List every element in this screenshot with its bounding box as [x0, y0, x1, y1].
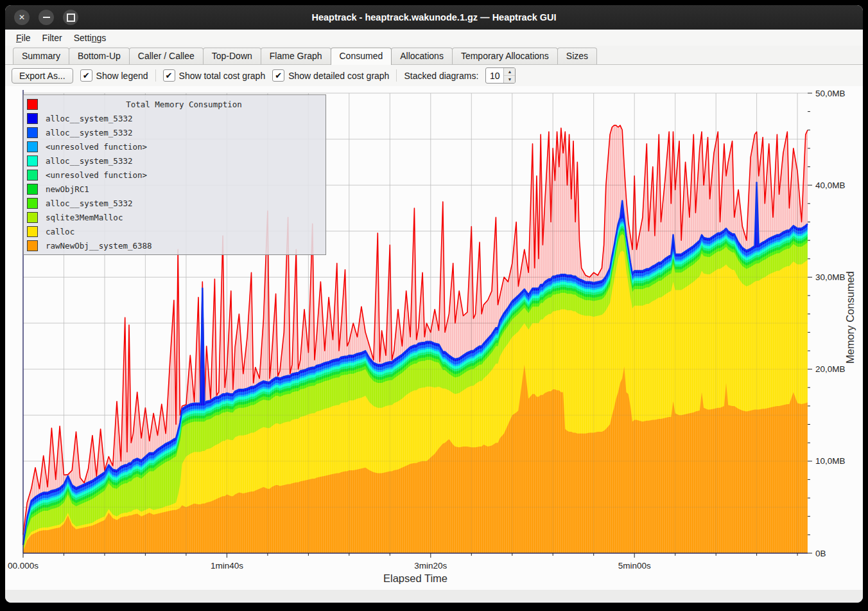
menubar: File Filter Settings: [5, 30, 863, 46]
legend-item: sqlite3MemMalloc: [24, 210, 326, 224]
legend-swatch-icon: [27, 127, 38, 138]
legend-swatch-icon: [27, 141, 38, 152]
tab-consumed[interactable]: Consumed: [331, 48, 392, 65]
legend-label: alloc__system_5332: [46, 114, 132, 123]
stacked-diagrams-spinner[interactable]: 10 ▲ ▼: [485, 67, 516, 84]
svg-text:30,0MB: 30,0MB: [815, 272, 846, 282]
titlebar: ✕ Heaptrack - heaptrack.wakunode.1.gz — …: [5, 5, 863, 30]
legend-swatch-icon: [27, 198, 38, 209]
spinner-down-icon[interactable]: ▼: [504, 76, 515, 83]
x-axis-title: Elapsed Time: [23, 572, 808, 585]
checkbox-check-icon[interactable]: ✔: [80, 69, 92, 82]
legend-label: alloc__system_5332: [46, 199, 132, 208]
tab-summary[interactable]: Summary: [13, 48, 69, 64]
maximize-icon[interactable]: [63, 10, 78, 25]
legend-swatch-icon: [27, 226, 38, 237]
svg-text:20,0MB: 20,0MB: [815, 364, 846, 374]
legend-swatch-icon: [27, 240, 38, 251]
legend-swatch-icon: [27, 99, 38, 110]
legend-item: alloc__system_5332: [24, 154, 326, 168]
tab-top-down[interactable]: Top-Down: [203, 48, 261, 64]
legend-label: rawNewObj__system_6388: [46, 241, 152, 251]
legend-swatch-icon: [27, 212, 38, 223]
legend-item: <unresolved function>: [24, 168, 326, 182]
tab-allocations[interactable]: Allocations: [391, 48, 453, 64]
stacked-diagrams-value[interactable]: 10: [486, 68, 503, 83]
show-total-cost-checkbox[interactable]: ✔ Show total cost graph: [163, 69, 266, 82]
toolbar-separator: [155, 69, 156, 82]
legend-label: calloc: [46, 227, 74, 236]
tab-sizes[interactable]: Sizes: [557, 48, 597, 64]
svg-text:0B: 0B: [815, 549, 826, 558]
legend-item: alloc__system_5332: [24, 111, 326, 125]
tabbar: Summary Bottom-Up Caller / Callee Top-Do…: [5, 46, 863, 65]
legend-swatch-icon: [27, 170, 38, 181]
menu-file[interactable]: File: [10, 31, 37, 45]
show-detailed-cost-checkbox[interactable]: ✔ Show detailed cost graph: [272, 69, 389, 82]
legend-item: Total Memory Consumption: [24, 97, 326, 111]
stacked-diagrams-label: Stacked diagrams:: [404, 71, 478, 81]
legend-swatch-icon: [27, 155, 38, 166]
window-controls: ✕: [14, 10, 78, 25]
app-window: ✕ Heaptrack - heaptrack.wakunode.1.gz — …: [5, 5, 863, 603]
minimize-icon[interactable]: [39, 10, 54, 25]
legend-label: <unresolved function>: [46, 170, 147, 180]
y-axis-title: Memory Consumed: [844, 271, 856, 364]
chart-legend: Total Memory Consumptionalloc__system_53…: [23, 94, 326, 255]
legend-label: sqlite3MemMalloc: [46, 213, 123, 222]
legend-item: alloc__system_5332: [24, 125, 326, 139]
menu-settings[interactable]: Settings: [68, 31, 112, 45]
checkbox-check-icon[interactable]: ✔: [163, 69, 175, 82]
svg-text:00.000s: 00.000s: [8, 561, 39, 571]
show-detailed-cost-label: Show detailed cost graph: [288, 71, 389, 81]
spinner-up-icon[interactable]: ▲: [504, 68, 515, 76]
legend-label: <unresolved function>: [46, 142, 147, 152]
show-legend-label: Show legend: [96, 71, 148, 81]
legend-swatch-icon: [27, 113, 38, 124]
svg-text:50,0MB: 50,0MB: [815, 89, 846, 98]
window-title: Heaptrack - heaptrack.wakunode.1.gz — He…: [5, 12, 863, 22]
toolbar: Export As... ✔ Show legend ✔ Show total …: [5, 65, 863, 86]
statusbar: [5, 589, 863, 603]
legend-label: alloc__system_5332: [46, 128, 132, 137]
legend-item: rawNewObj__system_6388: [24, 238, 326, 252]
svg-text:5min00s: 5min00s: [618, 561, 651, 571]
tab-bottom-up[interactable]: Bottom-Up: [69, 48, 130, 64]
tab-temporary-allocations[interactable]: Temporary Allocations: [452, 48, 558, 64]
legend-item: alloc__system_5332: [24, 196, 326, 210]
legend-label: alloc__system_5332: [46, 156, 132, 166]
spinner-buttons: ▲ ▼: [503, 68, 515, 83]
export-as-button[interactable]: Export As...: [12, 68, 73, 84]
legend-item: <unresolved function>: [24, 139, 326, 154]
show-total-cost-label: Show total cost graph: [179, 71, 266, 81]
tab-flame-graph[interactable]: Flame Graph: [261, 48, 331, 64]
legend-swatch-icon: [27, 184, 38, 195]
menu-filter[interactable]: Filter: [37, 31, 68, 45]
svg-text:40,0MB: 40,0MB: [815, 181, 846, 190]
svg-text:10,0MB: 10,0MB: [815, 456, 846, 466]
tab-caller-callee[interactable]: Caller / Callee: [129, 48, 204, 64]
legend-label: Total Memory Consumption: [46, 100, 322, 109]
legend-item: newObjRC1: [24, 182, 326, 196]
svg-text:1min40s: 1min40s: [211, 561, 243, 571]
legend-item: calloc: [24, 224, 326, 238]
toolbar-separator: [396, 69, 397, 82]
svg-text:3min20s: 3min20s: [414, 561, 447, 571]
legend-label: newObjRC1: [46, 184, 89, 194]
chart-area: 0B10,0MB20,0MB30,0MB40,0MB50,0MB00.000s1…: [5, 86, 863, 589]
close-icon[interactable]: ✕: [14, 10, 30, 25]
show-legend-checkbox[interactable]: ✔ Show legend: [80, 69, 148, 82]
checkbox-check-icon[interactable]: ✔: [272, 69, 284, 82]
